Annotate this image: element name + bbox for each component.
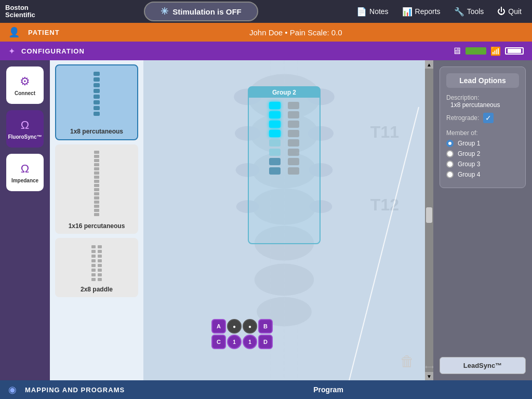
scroll-up-button[interactable]: ▲ bbox=[425, 60, 433, 69]
patient-info: John Doe • Pain Scale: 0.0 bbox=[68, 28, 524, 37]
lead-dot bbox=[94, 196, 99, 200]
lead-dot bbox=[94, 188, 99, 191]
lead-dot bbox=[94, 151, 99, 154]
retrograde-label: Retrograde: bbox=[446, 114, 479, 122]
scroll-down-button[interactable]: ▼ bbox=[425, 372, 433, 380]
reports-icon: 📊 bbox=[402, 7, 413, 17]
tools-icon: 🔧 bbox=[454, 7, 464, 17]
lead3-label: 2x8 paddle bbox=[81, 286, 113, 293]
ipg-row-1: A ● ● B bbox=[211, 319, 273, 334]
leadsync-button[interactable]: LeadSync™ bbox=[440, 357, 526, 374]
lead-dot bbox=[94, 89, 100, 93]
group2-label: Group 2 bbox=[458, 150, 480, 157]
group3-radio[interactable] bbox=[446, 161, 454, 168]
power-icon: ⏻ bbox=[497, 7, 506, 16]
lead-card-1[interactable]: 1x8 percutaneous bbox=[55, 64, 138, 140]
right-lead-strip bbox=[286, 102, 301, 239]
lead-dot bbox=[94, 167, 99, 170]
lead-dot bbox=[94, 106, 100, 110]
battery-inner bbox=[508, 49, 521, 53]
notes-label: Notes bbox=[369, 7, 389, 16]
reports-button[interactable]: 📊 Reports bbox=[396, 4, 447, 20]
ipg-btn-a[interactable]: A bbox=[211, 319, 226, 334]
logo: Boston Scientific bbox=[0, 1, 52, 22]
notes-button[interactable]: 📄 Notes bbox=[350, 4, 395, 20]
lead-card-2[interactable]: 1x16 percutaneous bbox=[55, 144, 138, 234]
t12-label: T12 bbox=[370, 195, 399, 215]
group2-radio-row: Group 2 bbox=[446, 150, 519, 157]
lead-visual-3 bbox=[91, 242, 102, 284]
lead-options-title: Lead Options bbox=[446, 73, 519, 88]
central-area: T11 T12 Group 2 bbox=[143, 60, 425, 380]
lead-dot bbox=[94, 209, 99, 212]
scroll-mid: ⟷ bbox=[425, 362, 433, 372]
t11-label: T11 bbox=[370, 123, 399, 142]
retrograde-checkbox[interactable]: ✓ bbox=[483, 113, 494, 123]
lead2-label: 1x16 percutaneous bbox=[69, 222, 125, 230]
scroll-bar[interactable]: ▲ ⟷ ▼ bbox=[425, 60, 433, 380]
ipg-btn-1b[interactable]: 1 bbox=[243, 335, 257, 349]
scroll-handle[interactable] bbox=[426, 207, 432, 223]
stimulation-area: ✳ Stimulation is OFF bbox=[52, 2, 350, 21]
logo-line2: Scientific bbox=[5, 11, 47, 19]
ipg-btn-d[interactable]: D bbox=[258, 335, 273, 349]
nav-buttons: 📄 Notes 📊 Reports 🔧 Tools ⏻ Quit bbox=[350, 4, 532, 20]
ipg-btn-1a[interactable]: 1 bbox=[227, 335, 242, 349]
lead-options-box: Lead Options Description: 1x8 percutaneo… bbox=[440, 66, 526, 188]
tools-label: Tools bbox=[467, 7, 484, 16]
fluorosync-button[interactable]: Ω FluoroSync™ bbox=[6, 110, 44, 148]
group4-radio[interactable] bbox=[446, 171, 454, 178]
scroll-mid-icon: ⟷ bbox=[425, 363, 434, 370]
left-lead-strip bbox=[268, 102, 282, 239]
lead-dot bbox=[94, 192, 99, 195]
tools-button[interactable]: 🔧 Tools bbox=[448, 4, 490, 20]
group1-label: Group 1 bbox=[458, 140, 480, 147]
config-bar: ✦ CONFIGURATION 🖥 📶 bbox=[0, 42, 532, 60]
group2-radio[interactable] bbox=[446, 150, 454, 157]
ipg-btn-c[interactable]: C bbox=[211, 335, 226, 349]
group4-label: Group 4 bbox=[458, 171, 480, 178]
left-sidebar: ⚙ Connect Ω FluoroSync™ Ω Impedance bbox=[0, 60, 50, 380]
ipg-area: A ● ● B C 1 1 D bbox=[211, 319, 273, 349]
reports-label: Reports bbox=[415, 7, 441, 16]
lead-card-3[interactable]: 2x8 paddle bbox=[55, 238, 138, 297]
group1-radio[interactable] bbox=[446, 140, 454, 147]
group3-label: Group 3 bbox=[458, 161, 480, 168]
notes-icon: 📄 bbox=[356, 7, 367, 17]
quit-button[interactable]: ⏻ Quit bbox=[491, 4, 528, 19]
connect-button[interactable]: ⚙ Connect bbox=[6, 66, 44, 104]
stimulation-status[interactable]: ✳ Stimulation is OFF bbox=[144, 2, 258, 21]
lead-panel: 1x8 percutaneous 1x1 bbox=[50, 60, 143, 380]
group2-label: Group 2 bbox=[249, 87, 320, 98]
retrograde-row: Retrograde: ✓ bbox=[446, 113, 519, 123]
battery-outline bbox=[505, 47, 524, 55]
ipg-btn-b[interactable]: B bbox=[258, 319, 273, 334]
group4-radio-row: Group 4 bbox=[446, 171, 519, 178]
lead-dot bbox=[94, 83, 100, 87]
signal-icon: 📶 bbox=[490, 46, 501, 56]
ipg-btn-dot2[interactable]: ● bbox=[243, 319, 257, 334]
trash-button[interactable]: 🗑 bbox=[400, 353, 415, 370]
battery-green bbox=[466, 47, 486, 55]
connect-icon: ⚙ bbox=[20, 75, 30, 88]
fluorosync-label: FluoroSync™ bbox=[8, 134, 42, 140]
lead-dot bbox=[94, 100, 100, 104]
monitor-icon: 🖥 bbox=[452, 46, 461, 57]
lead-dot bbox=[94, 180, 99, 183]
ipg-btn-dot1[interactable]: ● bbox=[227, 319, 242, 334]
impedance-button[interactable]: Ω Impedance bbox=[6, 154, 44, 191]
lead-dot bbox=[94, 95, 100, 99]
lead-dot bbox=[94, 155, 99, 158]
bottom-bar: ◉ MAPPING AND PROGRAMS Program bbox=[0, 380, 532, 399]
battery-area: 🖥 📶 bbox=[452, 46, 524, 57]
member-of-section: Member of: Group 1 Group 2 Group 3 Group… bbox=[446, 129, 519, 178]
config-label: CONFIGURATION bbox=[21, 47, 85, 55]
connect-label: Connect bbox=[15, 90, 35, 96]
lead-dot bbox=[94, 163, 99, 166]
lead-dot bbox=[94, 184, 99, 187]
scroll-thumb bbox=[425, 69, 433, 362]
leadsync-label: LeadSync™ bbox=[463, 362, 502, 369]
main-content: ⚙ Connect Ω FluoroSync™ Ω Impedance bbox=[0, 60, 532, 380]
spin-icon: ✳ bbox=[161, 6, 168, 17]
ipg-row-2: C 1 1 D bbox=[211, 335, 273, 349]
